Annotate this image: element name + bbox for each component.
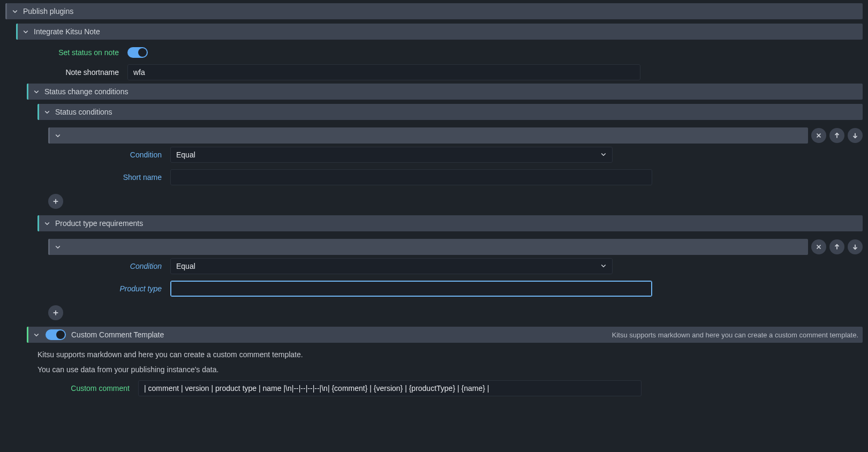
custom-comment-template-body: Kitsu supports markdown and here you can… <box>27 343 863 400</box>
move-up-button[interactable] <box>829 128 844 143</box>
note-shortname-label: Note shortname <box>16 68 123 77</box>
product-type-condition-value: Equal <box>176 262 195 270</box>
chevron-down-icon <box>43 108 51 116</box>
publish-plugins-section: Publish plugins Integrate Kitsu Note Set… <box>5 3 863 400</box>
product-type-value-label: Product type <box>48 284 166 293</box>
set-status-row: Set status on note <box>16 44 863 61</box>
remove-button[interactable] <box>811 239 826 254</box>
status-conditions-header[interactable]: Status conditions <box>37 104 863 120</box>
set-status-label: Set status on note <box>16 48 123 57</box>
move-down-button[interactable] <box>848 239 863 254</box>
custom-comment-template-header[interactable]: Custom Comment Template Kitsu supports m… <box>27 327 863 343</box>
set-status-toggle[interactable] <box>127 47 148 58</box>
custom-comment-toggle[interactable] <box>46 329 66 340</box>
status-condition-item-header[interactable] <box>48 127 808 144</box>
integrate-kitsu-note-title: Integrate Kitsu Note <box>34 27 100 36</box>
publish-plugins-title: Publish plugins <box>23 7 73 16</box>
custom-comment-header-hint: Kitsu supports markdown and here you can… <box>612 331 858 339</box>
chevron-down-icon <box>43 220 51 227</box>
product-type-value-row: Product type <box>48 277 863 300</box>
status-condition-shortname-row: Short name <box>48 166 863 189</box>
product-type-requirements-body: Condition Equal Product t <box>48 231 863 322</box>
product-type-condition-label: Condition <box>48 262 166 270</box>
product-type-requirements-section: Product type requirements <box>37 215 863 322</box>
add-status-condition-button[interactable] <box>48 194 63 209</box>
status-conditions-title: Status conditions <box>55 108 112 116</box>
note-shortname-input[interactable] <box>127 64 640 80</box>
status-condition-shortname-input[interactable] <box>170 169 652 185</box>
product-type-requirements-title: Product type requirements <box>55 219 143 228</box>
chevron-down-icon <box>600 150 607 159</box>
chevron-down-icon <box>11 7 19 15</box>
integrate-kitsu-note-header[interactable]: Integrate Kitsu Note <box>16 24 863 40</box>
product-type-item-header[interactable] <box>48 239 808 255</box>
status-condition-condition-select[interactable]: Equal <box>170 147 613 163</box>
status-conditions-body: Condition Equal Short nam <box>48 120 863 211</box>
custom-comment-template-title: Custom Comment Template <box>71 330 164 339</box>
status-change-conditions-title: Status change conditions <box>44 87 128 96</box>
custom-comment-row: Custom comment <box>37 377 863 400</box>
remove-button[interactable] <box>811 128 826 143</box>
chevron-down-icon <box>600 262 607 270</box>
product-type-condition-row: Condition Equal <box>48 255 863 277</box>
status-condition-condition-label: Condition <box>48 150 166 159</box>
chevron-down-icon <box>54 132 62 139</box>
publish-plugins-body: Integrate Kitsu Note Set status on note … <box>16 19 863 400</box>
status-condition-condition-value: Equal <box>176 150 195 159</box>
publish-plugins-header[interactable]: Publish plugins <box>5 3 863 19</box>
status-conditions-section: Status conditions <box>37 104 863 211</box>
custom-comment-label: Custom comment <box>37 384 134 393</box>
custom-comment-template-section: Custom Comment Template Kitsu supports m… <box>27 327 863 400</box>
custom-comment-desc1: Kitsu supports markdown and here you can… <box>37 347 863 362</box>
chevron-down-icon <box>33 88 40 95</box>
custom-comment-input[interactable] <box>138 380 641 396</box>
product-type-condition-select[interactable]: Equal <box>170 258 613 274</box>
add-product-type-button[interactable] <box>48 305 63 320</box>
status-condition-shortname-label: Short name <box>48 173 166 182</box>
chevron-down-icon <box>54 243 62 251</box>
product-type-input[interactable] <box>170 281 652 297</box>
product-type-item-row <box>48 239 863 255</box>
integrate-kitsu-note-section: Integrate Kitsu Note Set status on note … <box>16 24 863 400</box>
custom-comment-desc2: You can use data from your publishing in… <box>37 362 863 377</box>
status-change-conditions-header[interactable]: Status change conditions <box>27 84 863 100</box>
chevron-down-icon <box>22 28 29 35</box>
move-up-button[interactable] <box>829 239 844 254</box>
status-change-conditions-section: Status change conditions Status conditio… <box>27 84 863 322</box>
move-down-button[interactable] <box>848 128 863 143</box>
product-type-requirements-header[interactable]: Product type requirements <box>37 215 863 231</box>
integrate-kitsu-note-body: Set status on note Note shortname Status… <box>16 40 863 400</box>
note-shortname-row: Note shortname <box>16 61 863 84</box>
status-change-conditions-body: Status conditions <box>37 100 863 322</box>
chevron-down-icon <box>33 331 40 338</box>
status-condition-condition-row: Condition Equal <box>48 144 863 166</box>
status-condition-item-row <box>48 127 863 144</box>
